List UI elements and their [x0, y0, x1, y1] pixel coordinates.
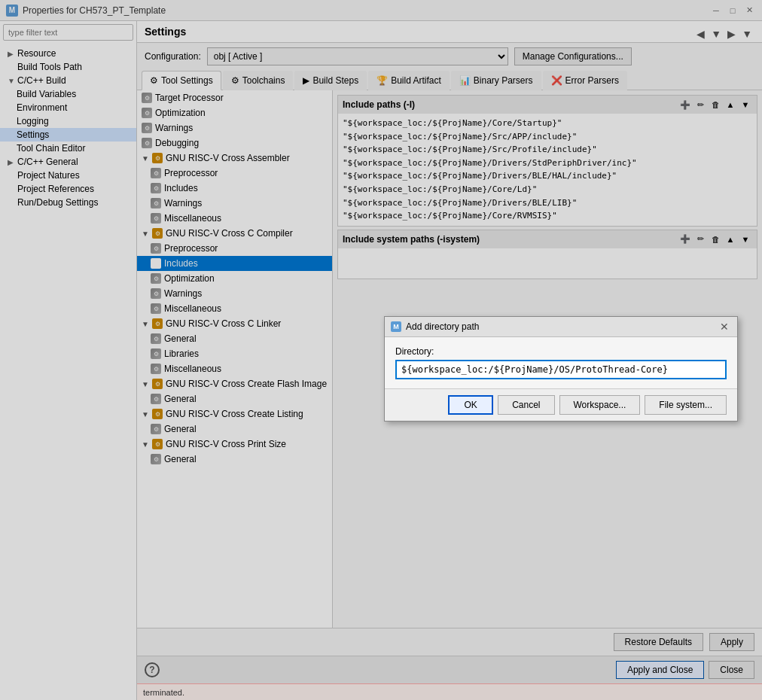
- toolchains-icon: ⚙: [231, 75, 239, 86]
- tree-compiler-includes[interactable]: ⚙ Includes: [137, 256, 332, 271]
- sidebar-item-run-debug[interactable]: Run/Debug Settings: [0, 196, 136, 209]
- sidebar-item-toolchain-editor[interactable]: Tool Chain Editor: [0, 142, 136, 155]
- sidebar: ▶ Resource Build Tools Path ▼ C/C++ Buil…: [0, 21, 137, 700]
- dialog-file-system-button[interactable]: File system...: [645, 395, 727, 415]
- tab-error-parsers[interactable]: ❌ Error Parsers: [543, 71, 627, 90]
- sidebar-item-build-tools-path[interactable]: Build Tools Path: [0, 60, 136, 74]
- tree-linker-miscellaneous[interactable]: ⚙ Miscellaneous: [137, 361, 332, 376]
- tree-linker-libraries[interactable]: ⚙ Libraries: [137, 346, 332, 361]
- sidebar-item-cpp-build[interactable]: ▼ C/C++ Build: [0, 74, 136, 87]
- directory-label: Directory:: [395, 346, 727, 357]
- move-down-system-button[interactable]: ▼: [739, 233, 752, 246]
- sidebar-item-resource[interactable]: ▶ Resource: [0, 47, 136, 60]
- tool-icon: ⚙: [142, 108, 152, 118]
- tree-compiler-optimization[interactable]: ⚙ Optimization: [137, 271, 332, 286]
- dialog-ok-button[interactable]: OK: [448, 395, 493, 415]
- more-button[interactable]: ▼: [739, 27, 754, 41]
- move-down-button[interactable]: ▼: [739, 98, 752, 111]
- tree-warnings[interactable]: ⚙ Warnings: [137, 120, 332, 135]
- tree-assembler-preprocessor[interactable]: ⚙ Preprocessor: [137, 166, 332, 181]
- expand-icon: ▶: [8, 50, 15, 58]
- tab-build-steps[interactable]: ▶ Build Steps: [294, 71, 367, 90]
- tree-gnu-risc-v-c-compiler[interactable]: ▼ ⚙ GNU RISC-V Cross C Compiler: [137, 226, 332, 241]
- sidebar-item-cpp-general[interactable]: ▶ C/C++ General: [0, 155, 136, 169]
- dialog-workspace-button[interactable]: Workspace...: [559, 395, 641, 415]
- edit-system-path-button[interactable]: ✏: [693, 233, 707, 246]
- sidebar-item-project-natures[interactable]: Project Natures: [0, 169, 136, 182]
- tree-compiler-miscellaneous[interactable]: ⚙ Miscellaneous: [137, 301, 332, 316]
- tool-icon: ⚙: [151, 273, 161, 284]
- include-path-0: "${workspace_loc:/${ProjName}/Core/Start…: [343, 117, 752, 130]
- tree-linker-general[interactable]: ⚙ General: [137, 331, 332, 346]
- sidebar-item-project-references[interactable]: Project References: [0, 182, 136, 196]
- tree-compiler-warnings[interactable]: ⚙ Warnings: [137, 286, 332, 301]
- titlebar: M Properties for CH573_PT_Template ─ □ ✕: [0, 0, 762, 21]
- maximize-button[interactable]: □: [726, 4, 739, 17]
- expand-icon: ▼: [142, 154, 149, 163]
- add-path-button[interactable]: ➕: [678, 98, 692, 111]
- settings-title: Settings: [145, 26, 186, 38]
- help-button[interactable]: ?: [145, 662, 160, 677]
- tab-build-artifact[interactable]: 🏆 Build Artifact: [368, 71, 450, 90]
- minimize-button[interactable]: ─: [709, 4, 723, 17]
- filter-input[interactable]: [3, 24, 133, 41]
- include-path-7: "${workspace_loc:/${ProjName}/Core/RVMSI…: [343, 209, 752, 223]
- tab-binary-parsers[interactable]: 📊 Binary Parsers: [451, 71, 541, 90]
- apply-and-close-button[interactable]: Apply and Close: [616, 661, 704, 679]
- move-up-button[interactable]: ▲: [724, 98, 737, 111]
- titlebar-left: M Properties for CH573_PT_Template: [6, 5, 166, 17]
- dropdown-button[interactable]: ▼: [709, 27, 724, 41]
- tabs-bar: ⚙ Tool Settings ⚙ Toolchains ▶ Build Ste…: [137, 70, 762, 90]
- tab-toolchains[interactable]: ⚙ Toolchains: [223, 71, 294, 90]
- tree-print-general[interactable]: ⚙ General: [137, 452, 332, 467]
- tool-settings-icon: ⚙: [150, 75, 158, 86]
- sidebar-item-build-variables[interactable]: Build Variables: [0, 87, 136, 101]
- move-up-system-button[interactable]: ▲: [724, 233, 737, 246]
- include-path-6: "${workspace_loc:/${ProjName}/Drivers/BL…: [343, 196, 752, 210]
- tree-assembler-miscellaneous[interactable]: ⚙ Miscellaneous: [137, 211, 332, 226]
- tree-assembler-warnings[interactable]: ⚙ Warnings: [137, 196, 332, 211]
- sidebar-item-logging[interactable]: Logging: [0, 114, 136, 128]
- forward-button[interactable]: ▶: [725, 27, 738, 41]
- apply-button[interactable]: Apply: [709, 633, 754, 651]
- dialog-cancel-button[interactable]: Cancel: [498, 395, 554, 415]
- delete-system-path-button[interactable]: 🗑: [709, 233, 722, 246]
- tool-icon: ⚙: [142, 123, 152, 133]
- tool-icon: ⚙: [151, 183, 161, 193]
- tree-optimization[interactable]: ⚙ Optimization: [137, 105, 332, 120]
- tree-listing-general[interactable]: ⚙ General: [137, 422, 332, 437]
- tree-gnu-risc-v-c-linker[interactable]: ▼ ⚙ GNU RISC-V Cross C Linker: [137, 316, 332, 331]
- config-select[interactable]: obj [ Active ]: [207, 47, 508, 65]
- dialog-body: Directory:: [385, 337, 737, 388]
- tree-target-processor[interactable]: ⚙ Target Processor: [137, 90, 332, 105]
- sidebar-item-settings[interactable]: Settings: [0, 128, 136, 142]
- dialog-close-button[interactable]: ✕: [718, 320, 731, 333]
- close-button[interactable]: ✕: [742, 4, 756, 17]
- delete-path-button[interactable]: 🗑: [709, 98, 722, 111]
- tab-tool-settings[interactable]: ⚙ Tool Settings: [142, 71, 221, 90]
- restore-defaults-button[interactable]: Restore Defaults: [614, 633, 703, 651]
- tree-assembler-includes[interactable]: ⚙ Includes: [137, 181, 332, 196]
- tree-flash-general[interactable]: ⚙ General: [137, 391, 332, 406]
- tree-compiler-preprocessor[interactable]: ⚙ Preprocessor: [137, 241, 332, 256]
- add-system-path-button[interactable]: ➕: [678, 233, 692, 246]
- back-button[interactable]: ◀: [694, 27, 707, 41]
- tree-gnu-risc-v-assembler[interactable]: ▼ ⚙ GNU RISC-V Cross Assembler: [137, 151, 332, 166]
- close-button[interactable]: Close: [709, 661, 754, 679]
- expand-icon: ▼: [8, 77, 15, 85]
- tool-icon: ⚙: [152, 439, 163, 449]
- directory-input[interactable]: [395, 360, 727, 379]
- tool-icon: ⚙: [151, 198, 161, 208]
- expand-icon: ▼: [142, 320, 149, 328]
- manage-configurations-button[interactable]: Manage Configurations...: [514, 47, 632, 65]
- window-controls: ─ □ ✕: [709, 4, 756, 17]
- tree-gnu-risc-v-flash[interactable]: ▼ ⚙ GNU RISC-V Cross Create Flash Image: [137, 376, 332, 391]
- edit-path-button[interactable]: ✏: [693, 98, 707, 111]
- tree-gnu-risc-v-print-size[interactable]: ▼ ⚙ GNU RISC-V Cross Print Size: [137, 437, 332, 452]
- tree-debugging[interactable]: ⚙ Debugging: [137, 135, 332, 151]
- include-path-3: "${workspace_loc:/${ProjName}/Drivers/St…: [343, 157, 752, 170]
- sidebar-item-environment[interactable]: Environment: [0, 101, 136, 114]
- tree-gnu-risc-v-listing[interactable]: ▼ ⚙ GNU RISC-V Cross Create Listing: [137, 406, 332, 422]
- expand-icon: ▶: [8, 158, 15, 166]
- include-path-4: "${workspace_loc:/${ProjName}/Drivers/BL…: [343, 169, 752, 183]
